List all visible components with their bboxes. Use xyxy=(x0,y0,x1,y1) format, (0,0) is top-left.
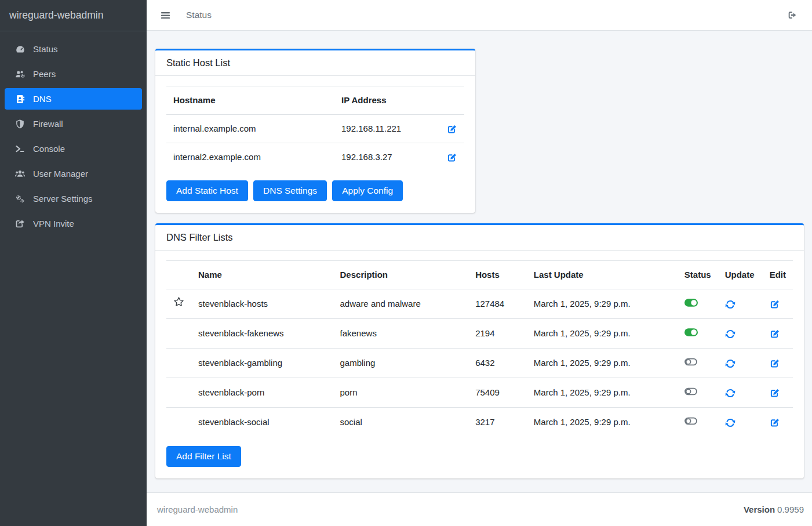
card-header: Static Host List xyxy=(155,50,475,76)
tachometer-icon xyxy=(13,44,27,55)
brand-link[interactable]: wireguard-webadmin xyxy=(0,0,147,31)
brand-title: wireguard-webadmin xyxy=(9,9,103,21)
column-header-last-update: Last Update xyxy=(527,261,678,289)
main-area: Status Static Host List Hostname IP Addr… xyxy=(147,0,812,526)
column-header-name: Name xyxy=(191,261,333,289)
toggle-off-icon xyxy=(684,417,697,425)
last-update-cell: March 1, 2025, 9:29 p.m. xyxy=(527,349,678,378)
sync-icon[interactable] xyxy=(725,299,735,310)
ip-cell: 192.168.3.27 xyxy=(334,143,429,172)
hosts-cell: 3217 xyxy=(468,408,527,437)
topbar: Status xyxy=(147,0,812,31)
sidebar-item-label: Server Settings xyxy=(33,194,93,204)
name-cell: stevenblack-gambling xyxy=(191,349,333,378)
terminal-icon xyxy=(13,144,27,154)
sidebar-item-vpn-invite[interactable]: VPN Invite xyxy=(5,213,142,234)
edit-icon[interactable] xyxy=(770,299,780,310)
sidebar-item-firewall[interactable]: Firewall xyxy=(5,113,142,135)
description-cell: social xyxy=(333,408,469,437)
add-static-host-button[interactable]: Add Static Host xyxy=(166,180,248,201)
last-update-cell: March 1, 2025, 9:29 p.m. xyxy=(527,408,678,437)
footer: wireguard-webadmin Version0.9959 xyxy=(147,492,812,526)
edit-icon[interactable] xyxy=(770,388,780,398)
edit-icon[interactable] xyxy=(770,358,780,369)
edit-icon[interactable] xyxy=(447,124,457,135)
sidebar-item-label: User Manager xyxy=(33,169,88,179)
footer-version: Version0.9959 xyxy=(744,505,804,514)
sidebar-item-label: Status xyxy=(33,44,58,54)
sign-out-icon[interactable] xyxy=(787,10,798,20)
content: Static Host List Hostname IP Address xyxy=(147,31,812,492)
column-header-hosts: Hosts xyxy=(468,261,527,289)
table-row: stevenblack-porn porn 75409 March 1, 202… xyxy=(166,378,793,408)
sidebar-item-dns[interactable]: DNS xyxy=(5,88,142,110)
button-row: Add Filter List xyxy=(166,446,793,467)
cogs-icon xyxy=(13,194,27,204)
footer-version-value: 0.9959 xyxy=(777,505,804,514)
column-header-status: Status xyxy=(678,261,718,289)
sync-icon[interactable] xyxy=(725,418,735,428)
users-cog-icon xyxy=(13,69,27,79)
column-header-ip: IP Address xyxy=(334,86,429,115)
table-row: stevenblack-fakenews fakenews 2194 March… xyxy=(166,319,793,349)
sidebar-item-console[interactable]: Console xyxy=(5,138,142,159)
sidebar-item-server-settings[interactable]: Server Settings xyxy=(5,188,142,209)
sidebar-item-status[interactable]: Status xyxy=(5,38,142,60)
add-filter-list-button[interactable]: Add Filter List xyxy=(166,446,241,467)
sidebar-item-label: VPN Invite xyxy=(33,219,74,228)
sidebar-item-label: Firewall xyxy=(33,119,63,129)
sync-icon[interactable] xyxy=(725,329,735,339)
ip-cell: 192.168.11.221 xyxy=(334,115,429,143)
name-cell: stevenblack-social xyxy=(191,408,333,437)
sidebar-item-user-manager[interactable]: User Manager xyxy=(5,163,142,184)
description-cell: adware and malware xyxy=(333,289,469,319)
column-header-star xyxy=(166,261,191,289)
card-title: DNS Filter Lists xyxy=(166,232,233,242)
hostname-cell: internal2.example.com xyxy=(166,143,334,172)
status-toggle[interactable] xyxy=(684,358,697,366)
last-update-cell: March 1, 2025, 9:29 p.m. xyxy=(527,289,678,319)
star-icon[interactable] xyxy=(173,296,184,307)
column-header-update: Update xyxy=(718,261,763,289)
description-cell: porn xyxy=(333,378,469,408)
name-cell: stevenblack-fakenews xyxy=(191,319,333,349)
dns-settings-button[interactable]: DNS Settings xyxy=(253,180,327,201)
footer-app-name: wireguard-webadmin xyxy=(157,505,238,514)
table-row: internal2.example.com 192.168.3.27 xyxy=(166,143,464,172)
hosts-cell: 127484 xyxy=(468,289,527,319)
hosts-cell: 6432 xyxy=(468,349,527,378)
sidebar-nav: Status Peers DNS Firewall Console xyxy=(0,31,147,245)
column-header-description: Description xyxy=(333,261,469,289)
column-header-actions xyxy=(429,86,464,115)
edit-icon[interactable] xyxy=(770,418,780,428)
sidebar-item-label: Peers xyxy=(33,69,56,79)
edit-icon[interactable] xyxy=(447,153,457,163)
sync-icon[interactable] xyxy=(725,388,735,398)
sync-icon[interactable] xyxy=(725,358,735,369)
status-toggle[interactable] xyxy=(684,387,697,396)
status-toggle[interactable] xyxy=(684,328,698,336)
sidebar-item-peers[interactable]: Peers xyxy=(5,63,142,85)
apply-config-button[interactable]: Apply Config xyxy=(332,180,403,201)
card-body: Hostname IP Address internal.example.com… xyxy=(155,76,475,213)
table-row: stevenblack-hosts adware and malware 127… xyxy=(166,289,793,319)
description-cell: gambling xyxy=(333,349,469,378)
menu-toggle-button[interactable] xyxy=(161,10,170,20)
button-row: Add Static Host DNS Settings Apply Confi… xyxy=(166,180,464,201)
column-header-edit: Edit xyxy=(763,261,793,289)
edit-icon[interactable] xyxy=(770,329,780,339)
last-update-cell: March 1, 2025, 9:29 p.m. xyxy=(527,378,678,408)
topbar-status-link[interactable]: Status xyxy=(186,10,212,20)
table-row: internal.example.com 192.168.11.221 xyxy=(166,115,464,143)
hostname-cell: internal.example.com xyxy=(166,115,334,143)
description-cell: fakenews xyxy=(333,319,469,349)
shield-icon xyxy=(13,119,27,129)
toggle-on-icon xyxy=(684,328,698,336)
status-toggle[interactable] xyxy=(684,417,697,425)
toggle-on-icon xyxy=(684,299,698,307)
static-host-table: Hostname IP Address internal.example.com… xyxy=(166,86,464,171)
toggle-off-icon xyxy=(684,358,697,366)
name-cell: stevenblack-hosts xyxy=(191,289,333,319)
status-toggle[interactable] xyxy=(684,299,698,307)
toggle-off-icon xyxy=(684,387,697,396)
